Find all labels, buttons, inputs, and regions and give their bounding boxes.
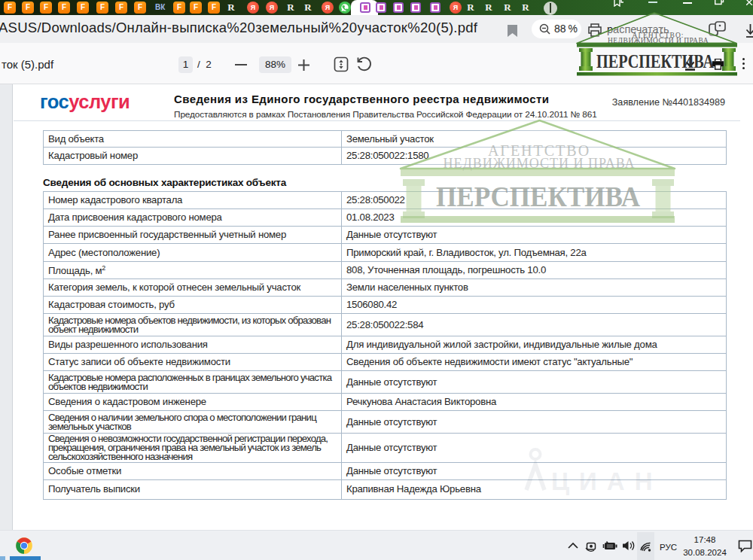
svg-text:ПЕРСПЕКТИВА: ПЕРСПЕКТИВА xyxy=(436,181,640,212)
svg-text:ПЕРСПЕКТИВА: ПЕРСПЕКТИВА xyxy=(596,51,714,72)
